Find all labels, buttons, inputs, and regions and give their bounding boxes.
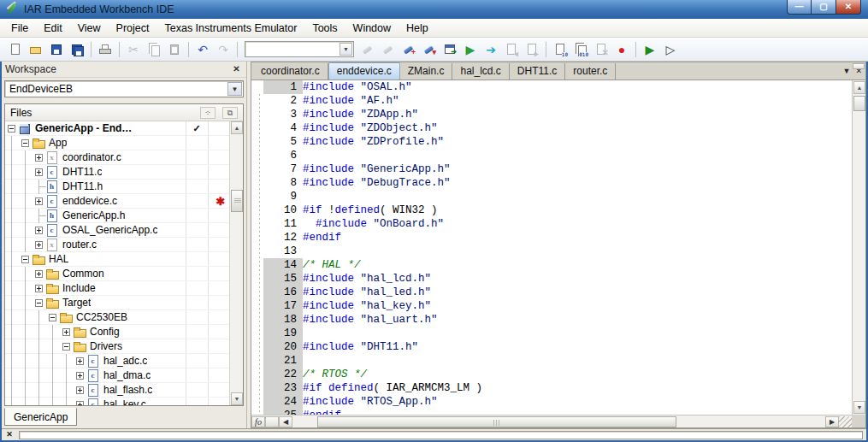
code-line-15[interactable]: 15#include "hal_lcd.h" [251,272,852,286]
scroll-up-arrow[interactable]: ▲ [853,81,865,94]
menu-item-window[interactable]: Window [345,21,399,36]
resize-grip[interactable] [839,416,852,427]
tree-row-common[interactable]: Common [5,267,229,281]
code-line-23[interactable]: 23#if defined( IAR_ARMCM3_LM ) [251,381,852,395]
code-line-2[interactable]: 2#include "AF.h" [251,94,852,108]
close-button[interactable]: ✕ [836,0,861,15]
save-all-button[interactable] [67,40,87,59]
collapse-icon[interactable] [49,314,56,321]
editor-tab-coordinator-c[interactable]: coordinator.c [253,63,328,80]
tree-row-coordinator-c[interactable]: xcoordinator.c [5,150,229,165]
collapse-icon[interactable] [62,343,70,351]
collapse-icon[interactable] [21,256,29,263]
code-line-25[interactable]: 25#endif [251,409,852,415]
navigate-forward-button[interactable]: ► [522,40,542,59]
tree-row-dht11-h[interactable]: hDHT11.h [5,180,229,194]
tree-row-include[interactable]: Include [5,281,229,296]
expand-icon[interactable] [35,270,43,278]
tree-row-config[interactable]: Config [5,325,229,339]
navigate-back-button[interactable]: ◄ [501,40,522,59]
code-line-14[interactable]: 14/* HAL */ [251,258,852,272]
tree-row-hal-flash-c[interactable]: chal_flash.c [5,383,229,398]
expand-icon[interactable] [35,168,43,176]
debug-without-downloading-button[interactable]: ▷ [660,40,681,59]
menu-item-view[interactable]: View [70,21,109,36]
hscroll-thumb[interactable] [317,416,676,427]
workspace-title-bar[interactable]: Workspace ✕ [2,62,246,78]
code-line-22[interactable]: 22/* RTOS */ [251,368,852,381]
tree-row-hal-key-c[interactable]: chal_key.c [5,398,229,405]
find-next-button[interactable] [378,40,399,59]
code-line-8[interactable]: 8#include "DebugTrace.h" [251,176,852,190]
code-line-1[interactable]: 1#include "OSAL.h" [251,80,852,94]
code-line-11[interactable]: 11 #include "OnBoard.h" [251,217,852,231]
tree-row-dht11-c[interactable]: cDHT11.c [5,165,229,180]
tree-row-hal-adc-c[interactable]: chal_adc.c [5,354,229,368]
print-button[interactable] [95,40,115,59]
next-bookmark-button[interactable]: ➔ [481,40,501,59]
workspace-tab-genericapp[interactable]: GenericApp [4,408,77,426]
save-button[interactable] [46,40,67,59]
menu-item-tools[interactable]: Tools [304,21,345,36]
editor-tab-zmain-c[interactable]: ZMain.c [400,63,453,80]
expand-icon[interactable] [35,241,43,249]
scroll-thumb[interactable] [853,96,865,111]
code-line-17[interactable]: 17#include "hal_key.h" [251,299,852,313]
code-line-10[interactable]: 10#if !defined( WIN32 ) [251,203,852,217]
workspace-close-icon[interactable]: ✕ [230,63,243,75]
code-line-13[interactable]: 13 [251,245,852,258]
tree-row-hal-dma-c[interactable]: chal_dma.c [5,368,229,383]
editor-tab-hal-lcd-c[interactable]: hal_lcd.c [452,63,509,80]
build-status-column-icon[interactable]: ⧉ [222,107,238,119]
undo-button[interactable]: ↶ [192,40,213,59]
compile-button[interactable]: 10 [550,40,570,59]
expand-icon[interactable] [76,357,84,365]
tree-row-cc2530eb[interactable]: CC2530EB [5,310,229,325]
tree-row-target[interactable]: Target [5,296,229,310]
expand-icon[interactable] [62,328,70,336]
tree-row-osal-genericapp-c[interactable]: cOSAL_GenericApp.c [5,223,229,238]
title-bar[interactable]: IAR Embedded Workbench IDE — ▢ ✕ [0,0,868,19]
expand-icon[interactable] [76,372,84,380]
scroll-down-arrow[interactable]: ▼ [231,392,243,405]
expand-icon[interactable] [35,227,43,234]
configuration-dropdown[interactable]: EndDeviceEB ▼ [4,80,244,97]
editor-tab-enddevice-c[interactable]: enddevice.c [328,62,400,80]
messages-close-icon[interactable]: ✕ [3,430,15,440]
maximize-button[interactable]: ▢ [812,0,836,15]
tab-list-dropdown-icon[interactable]: ▼ [843,65,851,77]
scroll-up-arrow[interactable]: ▲ [231,121,243,134]
code-line-12[interactable]: 12#endif [251,231,852,245]
expand-icon[interactable] [76,386,84,394]
expand-icon[interactable] [35,154,43,162]
code-line-3[interactable]: 3#include "ZDApp.h" [251,108,852,121]
code-line-21[interactable]: 21 [251,354,852,368]
scroll-left-arrow[interactable]: ◀ [279,416,292,427]
scroll-right-arrow[interactable]: ▶ [825,416,839,427]
chevron-down-icon[interactable]: ▼ [340,43,352,56]
editor-split-handle[interactable] [853,63,865,69]
code-line-24[interactable]: 24#include "RTOS_App.h" [251,395,852,409]
code-line-7[interactable]: 7#include "GenericApp.h" [251,162,852,176]
files-column-header[interactable]: Files ⁘ ⧉ [5,104,243,121]
code-status-column-icon[interactable]: ⁘ [200,107,216,119]
find-button[interactable]: + [399,40,419,59]
code-line-20[interactable]: 20#include "DHT11.h" [251,340,852,354]
tree-row-genericapp-enddevi[interactable]: GenericApp - EndDevi...✓ [5,121,229,136]
code-line-6[interactable]: 6 [251,149,852,162]
chevron-down-icon[interactable]: ▼ [227,82,242,96]
code-line-4[interactable]: 4#include "ZDObject.h" [251,121,852,135]
collapse-icon[interactable] [21,139,29,147]
expand-icon[interactable] [35,197,43,205]
toggle-breakpoint-button[interactable]: ● [611,40,632,59]
hscroll-track[interactable] [293,416,824,427]
tree-row-hal[interactable]: HAL [5,252,229,267]
find-previous-button[interactable] [357,40,378,59]
collapse-icon[interactable] [8,125,15,133]
editor-vertical-scrollbar[interactable]: ▲ ▼ [852,80,865,415]
function-select-button[interactable]: fo [251,416,265,427]
menu-item-file[interactable]: File [3,21,36,36]
tree-row-app[interactable]: App [5,136,229,150]
collapse-icon[interactable] [35,299,43,307]
cut-button[interactable]: ✂ [123,40,144,59]
